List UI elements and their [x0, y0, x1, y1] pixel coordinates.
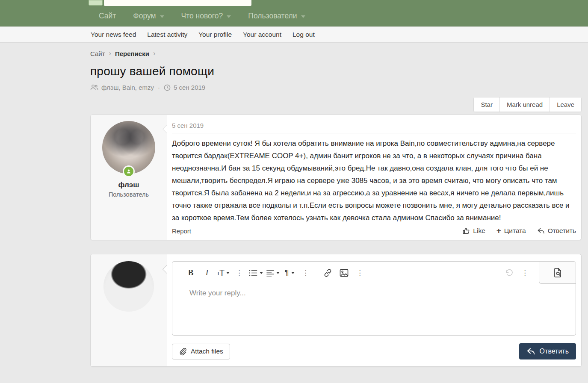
nav-item-label: Форум — [133, 12, 156, 21]
subnav-latest-activity[interactable]: Latest activity — [142, 31, 193, 38]
message-date[interactable]: 5 сен 2019 — [172, 122, 576, 133]
like-button[interactable]: Like — [462, 227, 485, 235]
chevron-down-icon — [160, 15, 164, 18]
account-subnav: Your news feed Latest activity Your prof… — [0, 27, 588, 43]
reply-content-cell: B I тT ⋮ — [167, 254, 581, 366]
main-navbar: Сайт Форум Что нового? Пользователи — [0, 0, 588, 27]
thread-participants[interactable]: флэш, Bain, emzy — [101, 84, 154, 91]
nav-item-site[interactable]: Сайт — [90, 6, 124, 27]
more-options-icon[interactable]: ⋮ — [356, 269, 363, 277]
insert-image-button[interactable] — [337, 265, 350, 280]
preview-button[interactable] — [539, 262, 576, 284]
nav-item-label: Что нового? — [181, 12, 223, 21]
undo-icon — [505, 269, 513, 277]
editor-toolbar: B I тT ⋮ — [172, 262, 576, 284]
thread-meta: флэш, Bain, emzy · 5 сен 2019 — [90, 84, 582, 91]
message-body: Доброго времени суток! Я бы хотела обрат… — [172, 137, 576, 224]
chevron-down-icon — [291, 272, 295, 274]
breadcrumb-conversations[interactable]: Переписки — [115, 50, 149, 57]
reply-arrow-icon — [537, 227, 545, 234]
meta-separator: · — [158, 84, 160, 91]
reply-card: B I тT ⋮ — [90, 254, 582, 367]
avatar[interactable] — [103, 261, 154, 312]
more-options-icon[interactable]: ⋮ — [236, 269, 243, 277]
align-button[interactable] — [266, 265, 280, 280]
paperclip-icon — [179, 348, 187, 356]
insert-link-button[interactable] — [321, 265, 334, 280]
paragraph-format-button[interactable]: ¶ — [283, 265, 296, 280]
header-banner-remnant — [104, 0, 251, 6]
paragraph-icon: ¶ — [284, 268, 289, 277]
chevron-right-icon: › — [153, 50, 155, 57]
page-title: прошу вашей помощи — [90, 65, 582, 78]
message-footer: Report Like + Цитата — [172, 227, 576, 235]
italic-button[interactable]: I — [201, 265, 213, 280]
message-author[interactable]: флэш — [91, 181, 167, 189]
person-icon — [126, 168, 132, 174]
more-options-icon[interactable]: ⋮ — [521, 269, 529, 277]
message-author-role: Пользователь — [91, 191, 167, 198]
quote-button[interactable]: + Цитата — [496, 227, 526, 235]
chevron-down-icon — [301, 15, 305, 18]
chevron-down-icon — [260, 272, 263, 274]
list-button[interactable] — [249, 265, 263, 280]
chevron-right-icon: › — [109, 50, 111, 57]
message-content-cell: 5 сен 2019 Доброго времени суток! Я бы х… — [167, 115, 581, 240]
plus-icon: + — [496, 227, 501, 235]
reply-arrow-icon — [526, 348, 535, 355]
report-link[interactable]: Report — [172, 227, 191, 235]
thread-actions-row: Star Mark unread Leave — [90, 97, 582, 112]
avatar[interactable] — [102, 121, 155, 174]
reply-placeholder: Write your reply... — [189, 289, 565, 298]
nav-item-whats-new[interactable]: Что нового? — [173, 6, 240, 27]
subnav-log-out[interactable]: Log out — [287, 31, 320, 38]
breadcrumb-site[interactable]: Сайт — [90, 50, 105, 57]
thumbs-up-icon — [462, 227, 470, 235]
font-size-big-glyph: T — [219, 268, 224, 278]
star-button[interactable]: Star — [474, 97, 500, 112]
font-size-button[interactable]: тT — [217, 265, 230, 280]
chevron-down-icon — [276, 272, 280, 274]
clock-icon — [164, 84, 171, 91]
undo-button[interactable] — [502, 265, 515, 280]
message-user-cell: флэш Пользователь — [91, 115, 167, 240]
nav-item-label: Сайт — [99, 12, 116, 21]
submit-reply-button[interactable]: Ответить — [519, 343, 576, 359]
link-icon — [323, 268, 332, 277]
submit-reply-label: Ответить — [540, 348, 569, 355]
subnav-your-account[interactable]: Your account — [237, 31, 287, 38]
thread-date: 5 сен 2019 — [174, 84, 205, 91]
mark-unread-button[interactable]: Mark unread — [500, 97, 550, 112]
rich-text-editor: B I тT ⋮ — [172, 261, 576, 336]
reply-label: Ответить — [548, 227, 576, 235]
bold-button[interactable]: B — [184, 265, 197, 280]
attach-files-button[interactable]: Attach files — [172, 344, 230, 359]
nav-item-label: Пользователи — [248, 12, 297, 21]
header-banner-button[interactable] — [89, 0, 103, 6]
breadcrumb: Сайт › Переписки › — [90, 43, 582, 57]
attach-files-label: Attach files — [191, 348, 223, 355]
quote-label: Цитата — [504, 227, 526, 235]
reply-bottom-bar: Attach files Ответить — [172, 343, 576, 359]
message-card: флэш Пользователь 5 сен 2019 Доброго вре… — [90, 115, 582, 240]
reply-link[interactable]: Ответить — [537, 227, 576, 235]
message-actions: Like + Цитата Ответить — [462, 227, 576, 235]
members-icon — [90, 84, 98, 91]
nav-item-members[interactable]: Пользователи — [239, 6, 313, 27]
leave-button[interactable]: Leave — [550, 97, 581, 112]
chevron-down-icon — [227, 15, 231, 18]
align-icon — [266, 269, 274, 277]
online-status-badge — [123, 165, 135, 177]
image-icon — [340, 269, 349, 277]
main-content: Сайт › Переписки › прошу вашей помощи фл… — [90, 43, 582, 367]
more-options-icon[interactable]: ⋮ — [302, 269, 309, 277]
reply-user-cell — [91, 254, 167, 366]
chevron-down-icon — [226, 272, 230, 274]
reply-input[interactable]: Write your reply... — [172, 284, 576, 298]
thread-actions-group: Star Mark unread Leave — [473, 97, 582, 112]
subnav-your-profile[interactable]: Your profile — [193, 31, 237, 38]
nav-item-forum[interactable]: Форум — [124, 6, 172, 27]
list-icon — [249, 269, 257, 277]
subnav-news-feed[interactable]: Your news feed — [90, 31, 142, 38]
like-label: Like — [473, 227, 485, 235]
